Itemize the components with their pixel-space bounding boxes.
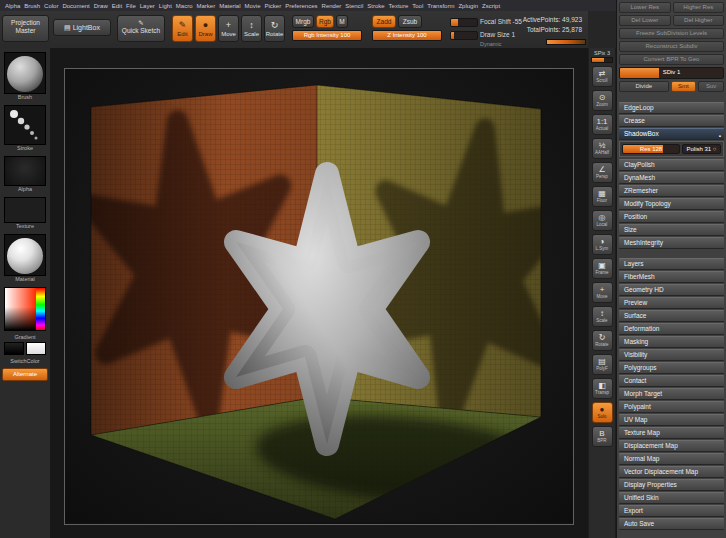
edgeloop-section[interactable]: EdgeLoop bbox=[619, 102, 724, 114]
geometry-section-row[interactable]: Position bbox=[619, 211, 724, 223]
shelf-icon-button[interactable]: ⇄ Scroll bbox=[592, 66, 613, 87]
geometry-section-row[interactable]: Modify Topology bbox=[619, 198, 724, 210]
tool-subpalette-row[interactable]: Polypaint bbox=[619, 401, 724, 413]
shelf-icon-button[interactable]: ◎ Local bbox=[592, 210, 613, 231]
move-mode-button[interactable]: + Move bbox=[218, 15, 239, 42]
menu-item[interactable]: Document bbox=[60, 3, 91, 9]
menu-item[interactable]: Edit bbox=[110, 3, 124, 9]
menu-item[interactable]: Zplugin bbox=[456, 3, 480, 9]
z-intensity-slider[interactable]: Z Intensity 100 bbox=[372, 30, 442, 41]
geometry-section-row[interactable]: ZRemesher bbox=[619, 185, 724, 197]
menu-item[interactable]: Alpha bbox=[3, 3, 22, 9]
smt-toggle[interactable]: Smt bbox=[671, 81, 697, 92]
shelf-icon-button[interactable]: ◧ Transp bbox=[592, 378, 613, 399]
shadowbox-section[interactable]: ShadowBox ▪ bbox=[619, 128, 724, 140]
tool-subpalette-row[interactable]: Polygroups bbox=[619, 362, 724, 374]
tool-subpalette-row[interactable]: Texture Map bbox=[619, 427, 724, 439]
shelf-icon-button[interactable]: ∠ Persp bbox=[592, 162, 613, 183]
reconstruct-subdiv-button[interactable]: Reconstruct Subdiv bbox=[619, 41, 724, 52]
shelf-icon-button[interactable]: 1:1 Actual bbox=[592, 114, 613, 135]
switch-color-label[interactable]: SwitchColor bbox=[0, 358, 50, 365]
menu-item[interactable]: Movie bbox=[243, 3, 263, 9]
divide-button[interactable]: Divide bbox=[619, 81, 669, 92]
menu-item[interactable]: Brush bbox=[22, 3, 42, 9]
menu-item[interactable]: Transform bbox=[425, 3, 456, 9]
shelf-icon-button[interactable]: + Move bbox=[592, 282, 613, 303]
menu-item[interactable]: Picker bbox=[263, 3, 284, 9]
shelf-icon-button[interactable]: ● Solo bbox=[592, 402, 613, 423]
color-picker-hue-strip[interactable] bbox=[36, 288, 45, 330]
tool-subpalette-row[interactable]: Geometry HD bbox=[619, 284, 724, 296]
main-color-swatch[interactable] bbox=[4, 342, 24, 355]
shadowbox-res-slider[interactable]: Res 128 bbox=[622, 144, 680, 154]
menu-item[interactable]: Preferences bbox=[283, 3, 319, 9]
shelf-icon-button[interactable]: ½ AAHalf bbox=[592, 138, 613, 159]
crease-section[interactable]: Crease bbox=[619, 115, 724, 127]
viewport-canvas[interactable] bbox=[65, 69, 573, 522]
tool-subpalette-row[interactable]: Visibility bbox=[619, 349, 724, 361]
alpha-thumbnail[interactable] bbox=[4, 156, 46, 186]
zsub-button[interactable]: Zsub bbox=[398, 15, 422, 28]
suv-toggle[interactable]: Suv bbox=[698, 81, 724, 92]
shelf-icon-button[interactable]: ⊙ Zoom bbox=[592, 90, 613, 111]
tool-subpalette-row[interactable]: Export bbox=[619, 505, 724, 517]
sdiv-slider[interactable]: SDiv 1 bbox=[619, 67, 724, 79]
geometry-section-row[interactable]: Size bbox=[619, 224, 724, 236]
alternate-button[interactable]: Alternate bbox=[2, 368, 48, 381]
rgb-button[interactable]: Rgb bbox=[316, 15, 334, 28]
draw-mode-button[interactable]: ● Draw bbox=[195, 15, 216, 42]
menu-item[interactable]: Macro bbox=[174, 3, 195, 9]
menu-item[interactable]: Layer bbox=[138, 3, 157, 9]
freeze-subdivision-button[interactable]: Freeze SubDivision Levels bbox=[619, 28, 724, 39]
higher-res-button[interactable]: Higher Res bbox=[673, 2, 725, 13]
mrgb-button[interactable]: Mrgb bbox=[292, 15, 314, 28]
del-lower-button[interactable]: Del Lower bbox=[619, 15, 671, 26]
stroke-thumbnail[interactable] bbox=[4, 105, 46, 145]
del-higher-button[interactable]: Del Higher bbox=[673, 15, 725, 26]
shelf-icon-button[interactable]: ↕ Scale bbox=[592, 306, 613, 327]
menu-item[interactable]: Color bbox=[42, 3, 60, 9]
geometry-section-row[interactable]: ClayPolish bbox=[619, 159, 724, 171]
spix-control[interactable]: SPix 3 bbox=[589, 48, 615, 63]
menu-item[interactable]: Marker bbox=[194, 3, 217, 9]
secondary-color-swatch[interactable] bbox=[26, 342, 46, 355]
material-thumbnail[interactable] bbox=[4, 234, 46, 276]
menu-item[interactable]: Light bbox=[157, 3, 174, 9]
menu-item[interactable]: Tool bbox=[410, 3, 425, 9]
tool-subpalette-row[interactable]: Vector Displacement Map bbox=[619, 466, 724, 478]
shelf-icon-button[interactable]: B BPR bbox=[592, 426, 613, 447]
scale-mode-button[interactable]: ↕ Scale bbox=[241, 15, 262, 42]
texture-thumbnail[interactable] bbox=[4, 197, 46, 223]
menu-item[interactable]: File bbox=[124, 3, 138, 9]
menu-item[interactable]: Stroke bbox=[365, 3, 386, 9]
tool-subpalette-row[interactable]: Deformation bbox=[619, 323, 724, 335]
tool-subpalette-row[interactable]: UV Map bbox=[619, 414, 724, 426]
color-picker[interactable] bbox=[4, 287, 46, 331]
m-button[interactable]: M bbox=[336, 15, 348, 28]
rotate-mode-button[interactable]: ↻ Rotate bbox=[264, 15, 285, 42]
edit-mode-button[interactable]: ✎ Edit bbox=[172, 15, 193, 42]
menu-item[interactable]: Stencil bbox=[343, 3, 365, 9]
quick-sketch-button[interactable]: ✎ Quick Sketch bbox=[117, 15, 165, 42]
polish-slider[interactable]: Polish 31 ○ bbox=[682, 144, 721, 154]
tool-subpalette-row[interactable]: Displacement Map bbox=[619, 440, 724, 452]
shelf-icon-button[interactable]: ◑ L.Sym bbox=[592, 234, 613, 255]
color-picker-sv-area[interactable] bbox=[5, 288, 36, 330]
lower-res-button[interactable]: Lower Res bbox=[619, 2, 671, 13]
current-brush-thumbnail[interactable] bbox=[4, 52, 46, 94]
geometry-section-row[interactable]: DynaMesh bbox=[619, 172, 724, 184]
projection-master-button[interactable]: Projection Master bbox=[2, 15, 49, 42]
tool-subpalette-row[interactable]: Unified Skin bbox=[619, 492, 724, 504]
geometry-section-row[interactable]: MeshIntegrity bbox=[619, 237, 724, 249]
tool-subpalette-row[interactable]: Preview bbox=[619, 297, 724, 309]
shelf-icon-button[interactable]: ▦ Floor bbox=[592, 186, 613, 207]
tool-subpalette-row[interactable]: Auto Save bbox=[619, 518, 724, 530]
rgb-intensity-slider[interactable]: Rgb Intensity 100 bbox=[292, 30, 362, 41]
shelf-icon-button[interactable]: ↻ Rotate bbox=[592, 330, 613, 351]
menu-item[interactable]: Texture bbox=[387, 3, 411, 9]
tool-subpalette-row[interactable]: FiberMesh bbox=[619, 271, 724, 283]
lightbox-button[interactable]: ▤ LightBox bbox=[53, 19, 111, 36]
shelf-icon-button[interactable]: ▤ PolyF bbox=[592, 354, 613, 375]
shelf-icon-button[interactable]: ▣ Frame bbox=[592, 258, 613, 279]
menu-item[interactable]: Zscript bbox=[480, 3, 502, 9]
